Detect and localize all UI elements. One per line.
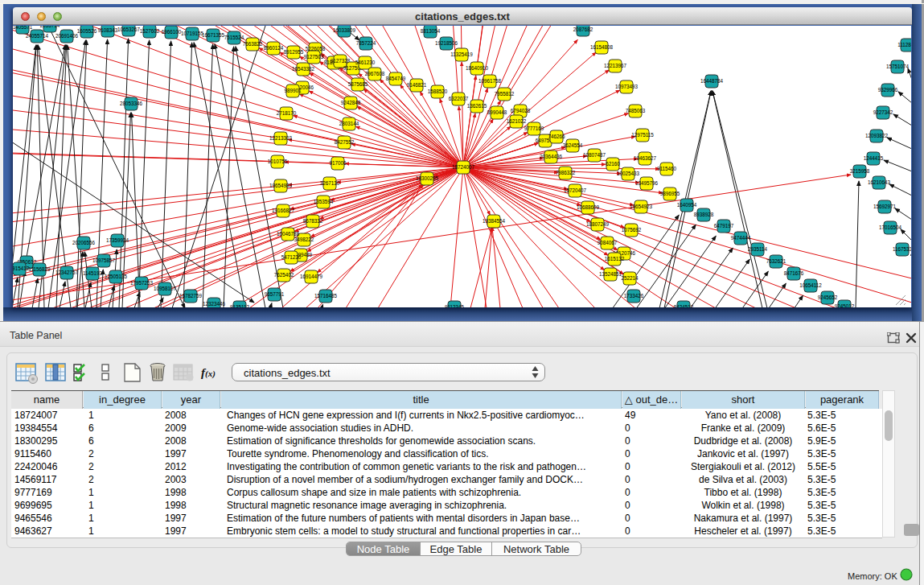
svg-text:10653267: 10653267 — [117, 27, 141, 32]
svg-text:18300295: 18300295 — [416, 175, 439, 181]
svg-text:11156829: 11156829 — [28, 266, 51, 272]
svg-text:1112842: 1112842 — [897, 42, 911, 47]
svg-text:16671355: 16671355 — [202, 32, 225, 38]
svg-text:2803144: 2803144 — [339, 121, 359, 126]
svg-text:24055714: 24055714 — [26, 33, 49, 39]
svg-text:16914479: 16914479 — [300, 274, 323, 279]
svg-text:12342757: 12342757 — [55, 270, 79, 275]
svg-text:1145193: 1145193 — [83, 270, 103, 276]
svg-text:3498222: 3498222 — [294, 237, 314, 242]
svg-text:19463627: 19463627 — [634, 155, 657, 161]
svg-text:1733426: 1733426 — [624, 293, 644, 299]
svg-text:1405571: 1405571 — [13, 26, 33, 30]
svg-text:9227342: 9227342 — [873, 109, 893, 115]
svg-text:9329966: 9329966 — [878, 87, 898, 93]
svg-text:15716485: 15716485 — [314, 293, 338, 299]
svg-text:9146821: 9146821 — [407, 82, 427, 88]
svg-text:9245652: 9245652 — [818, 295, 838, 300]
svg-text:3915412: 3915412 — [13, 266, 30, 271]
svg-text:9108343: 9108343 — [98, 27, 118, 33]
svg-text:8678332: 8678332 — [303, 218, 323, 224]
svg-text:19654983: 19654983 — [269, 183, 293, 188]
svg-text:12213303: 12213303 — [269, 135, 293, 141]
svg-text:3215958: 3215958 — [850, 168, 870, 174]
svg-text:252214: 252214 — [621, 275, 639, 281]
svg-text:10046788: 10046788 — [277, 231, 300, 237]
svg-text:5461230: 5461230 — [355, 60, 376, 65]
svg-text:15720407: 15720407 — [564, 187, 587, 193]
svg-text:2718170: 2718170 — [277, 110, 297, 116]
svg-text:19166827: 19166827 — [272, 208, 295, 213]
svg-text:7632621: 7632621 — [766, 258, 786, 264]
svg-text:8471676: 8471676 — [784, 270, 804, 276]
svg-text:1640954: 1640954 — [677, 202, 697, 208]
svg-text:9245012: 9245012 — [835, 303, 855, 307]
svg-text:16210643: 16210643 — [868, 179, 891, 185]
svg-text:1615132: 1615132 — [605, 256, 625, 262]
svg-text:917006: 917006 — [329, 160, 347, 166]
svg-text:2055714: 2055714 — [40, 26, 60, 28]
svg-text:19654923: 19654923 — [630, 204, 653, 209]
svg-text:5471230: 5471230 — [281, 254, 302, 260]
svg-text:11325419: 11325419 — [450, 51, 473, 57]
svg-text:1010755: 1010755 — [268, 159, 288, 164]
svg-text:1588520: 1588520 — [428, 89, 448, 94]
svg-text:7663822: 7663822 — [243, 41, 263, 47]
svg-text:9777169: 9777169 — [524, 126, 544, 131]
svg-text:8427552: 8427552 — [335, 139, 355, 145]
svg-text:16033809: 16033809 — [333, 27, 356, 33]
svg-text:2967608: 2967608 — [365, 71, 385, 76]
svg-text:15692971: 15692971 — [873, 204, 897, 209]
svg-text:18724007: 18724007 — [452, 164, 475, 170]
svg-text:19384554: 19384554 — [483, 218, 506, 224]
svg-text:17359934: 17359934 — [106, 237, 129, 243]
svg-text:10025433: 10025433 — [617, 171, 640, 176]
svg-text:7986322: 7986322 — [556, 170, 576, 175]
svg-text:8454749: 8454749 — [386, 76, 406, 81]
svg-text:8938928: 8938928 — [694, 212, 714, 217]
svg-text:1605526: 1605526 — [77, 28, 97, 34]
svg-text:1075692: 1075692 — [622, 227, 642, 233]
svg-text:9896955: 9896955 — [660, 191, 680, 196]
svg-text:9657791: 9657791 — [265, 291, 285, 297]
svg-text:2087682: 2087682 — [573, 27, 593, 32]
svg-text:16448784: 16448784 — [700, 78, 724, 84]
svg-text:10973493: 10973493 — [615, 84, 639, 89]
svg-text:1362615: 1362615 — [467, 103, 487, 109]
svg-text:989901: 989901 — [284, 88, 302, 93]
svg-text:9242848: 9242848 — [341, 100, 361, 105]
svg-text:18807249: 18807249 — [586, 221, 610, 227]
svg-text:12975115: 12975115 — [631, 132, 654, 138]
svg-text:9115460: 9115460 — [657, 166, 677, 171]
svg-text:8912955: 8912955 — [284, 49, 304, 55]
svg-text:16782759: 16782759 — [179, 293, 203, 299]
svg-text:6794028: 6794028 — [511, 108, 531, 113]
svg-text:746266: 746266 — [548, 134, 565, 139]
svg-text:f(x): f(x) — [201, 366, 216, 379]
svg-text:5875685: 5875685 — [348, 81, 368, 87]
svg-text:1244415: 1244415 — [864, 155, 884, 161]
svg-text:10807487: 10807487 — [583, 152, 606, 158]
svg-text:7515524: 7515524 — [224, 35, 244, 40]
svg-text:6966100: 6966100 — [162, 29, 182, 35]
svg-text:1527602: 1527602 — [140, 28, 160, 34]
svg-text:8424512: 8424512 — [674, 304, 694, 307]
svg-text:28053346: 28053346 — [120, 101, 143, 106]
svg-text:9112345: 9112345 — [445, 304, 465, 307]
svg-text:6479197: 6479197 — [714, 223, 734, 229]
svg-text:10958107: 10958107 — [154, 286, 177, 291]
svg-text:7485063: 7485063 — [626, 108, 646, 113]
svg-text:12323446: 12323446 — [203, 301, 226, 307]
svg-text:18640910: 18640910 — [466, 65, 489, 71]
svg-text:8960124: 8960124 — [264, 45, 284, 51]
svg-text:10654112: 10654112 — [799, 282, 822, 288]
svg-text:10719155: 10719155 — [181, 31, 204, 36]
svg-text:16543382: 16543382 — [292, 66, 315, 72]
svg-text:12093822: 12093822 — [865, 133, 889, 138]
svg-text:6322037: 6322037 — [449, 96, 469, 101]
svg-text:10961758: 10961758 — [478, 78, 502, 84]
svg-text:12213967: 12213967 — [604, 63, 627, 68]
svg-text:8990448: 8990448 — [487, 109, 507, 115]
svg-text:12505135: 12505135 — [105, 274, 128, 279]
svg-text:13495796: 13495796 — [635, 180, 659, 186]
